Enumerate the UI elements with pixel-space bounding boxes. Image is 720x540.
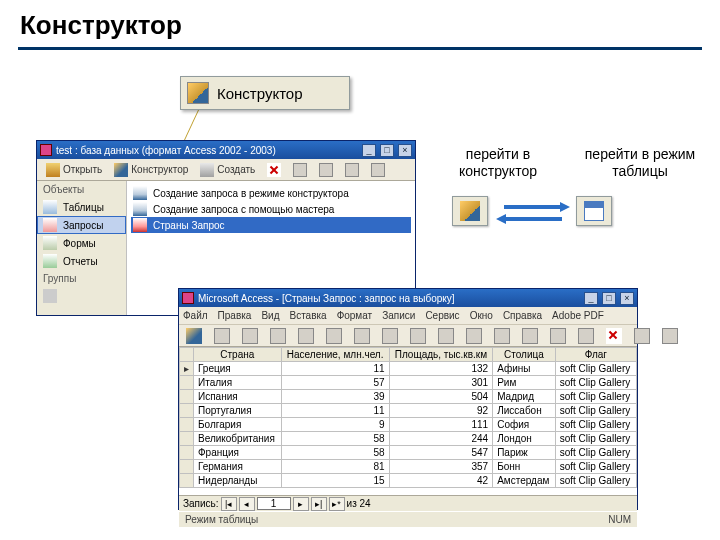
- view-button[interactable]: [181, 327, 207, 345]
- col-header[interactable]: Площадь, тыс.кв.км: [389, 348, 493, 362]
- cell-area[interactable]: 504: [389, 390, 493, 404]
- delete-button[interactable]: [262, 161, 286, 179]
- new-button[interactable]: Создать: [195, 161, 260, 179]
- close-button[interactable]: ×: [398, 144, 412, 157]
- table-row[interactable]: Франция58547Парижsoft Clip Gallery: [180, 446, 637, 460]
- cell-flag[interactable]: soft Clip Gallery: [555, 390, 636, 404]
- cell-flag[interactable]: soft Clip Gallery: [555, 474, 636, 488]
- open-button[interactable]: Открыть: [41, 161, 107, 179]
- row-selector[interactable]: [180, 376, 194, 390]
- next-record-button[interactable]: ▸: [293, 497, 309, 511]
- menu-help[interactable]: Справка: [503, 310, 542, 321]
- menu-insert[interactable]: Вставка: [289, 310, 326, 321]
- paste-button[interactable]: [377, 327, 403, 345]
- cell-country[interactable]: Великобритания: [194, 432, 282, 446]
- cell-country[interactable]: Италия: [194, 376, 282, 390]
- row-selector[interactable]: ▸: [180, 362, 194, 376]
- design-button[interactable]: Конструктор: [109, 161, 193, 179]
- view-small-button[interactable]: [314, 161, 338, 179]
- minimize-button[interactable]: _: [584, 292, 598, 305]
- table-row[interactable]: Испания39504Мадридsoft Clip Gallery: [180, 390, 637, 404]
- print-button[interactable]: [237, 327, 263, 345]
- col-header[interactable]: Флаг: [555, 348, 636, 362]
- view-details-button[interactable]: [366, 161, 390, 179]
- cell-population[interactable]: 81: [281, 460, 389, 474]
- find-button[interactable]: [545, 327, 571, 345]
- cell-population[interactable]: 11: [281, 404, 389, 418]
- table-row[interactable]: Великобритания58244Лондонsoft Clip Galle…: [180, 432, 637, 446]
- datasheet-mode-toggle[interactable]: [576, 196, 612, 226]
- sidebar-item-queries[interactable]: Запросы: [37, 216, 126, 234]
- cell-population[interactable]: 15: [281, 474, 389, 488]
- row-selector[interactable]: [180, 418, 194, 432]
- cell-capital[interactable]: Лондон: [493, 432, 556, 446]
- cell-area[interactable]: 547: [389, 446, 493, 460]
- menu-tools[interactable]: Сервис: [425, 310, 459, 321]
- table-row[interactable]: Италия57301Римsoft Clip Gallery: [180, 376, 637, 390]
- cell-population[interactable]: 57: [281, 376, 389, 390]
- cell-country[interactable]: Болгария: [194, 418, 282, 432]
- design-mode-toggle[interactable]: [452, 196, 488, 226]
- sheet-titlebar[interactable]: Microsoft Access - [Страны Запрос : запр…: [179, 289, 637, 307]
- col-header[interactable]: Столица: [493, 348, 556, 362]
- cell-flag[interactable]: soft Clip Gallery: [555, 362, 636, 376]
- cell-population[interactable]: 9: [281, 418, 389, 432]
- cell-flag[interactable]: soft Clip Gallery: [555, 432, 636, 446]
- table-row[interactable]: Португалия1192Лиссабонsoft Clip Gallery: [180, 404, 637, 418]
- undo-button[interactable]: [405, 327, 431, 345]
- row-selector[interactable]: [180, 390, 194, 404]
- col-header[interactable]: Население, млн.чел.: [281, 348, 389, 362]
- cell-capital[interactable]: Амстердам: [493, 474, 556, 488]
- list-item[interactable]: Страны Запрос: [131, 217, 411, 233]
- cell-area[interactable]: 92: [389, 404, 493, 418]
- cell-flag[interactable]: soft Clip Gallery: [555, 404, 636, 418]
- cell-country[interactable]: Португалия: [194, 404, 282, 418]
- cell-area[interactable]: 357: [389, 460, 493, 474]
- cell-country[interactable]: Греция: [194, 362, 282, 376]
- row-selector[interactable]: [180, 460, 194, 474]
- spell-button[interactable]: [293, 327, 319, 345]
- table-row[interactable]: Нидерланды1542Амстердамsoft Clip Gallery: [180, 474, 637, 488]
- cell-capital[interactable]: Рим: [493, 376, 556, 390]
- maximize-button[interactable]: □: [602, 292, 616, 305]
- cell-flag[interactable]: soft Clip Gallery: [555, 376, 636, 390]
- menu-window[interactable]: Окно: [470, 310, 493, 321]
- sidebar-item-reports[interactable]: Отчеты: [37, 252, 126, 270]
- new-record-button[interactable]: [573, 327, 599, 345]
- menu-edit[interactable]: Правка: [218, 310, 252, 321]
- cell-capital[interactable]: Мадрид: [493, 390, 556, 404]
- save-button[interactable]: [209, 327, 235, 345]
- db-titlebar[interactable]: test : база данных (формат Access 2002 -…: [37, 141, 415, 159]
- prev-record-button[interactable]: ◂: [239, 497, 255, 511]
- row-selector[interactable]: [180, 432, 194, 446]
- cell-population[interactable]: 58: [281, 432, 389, 446]
- view-list-button[interactable]: [340, 161, 364, 179]
- row-selector[interactable]: [180, 474, 194, 488]
- delete-record-button[interactable]: [601, 327, 627, 345]
- cell-area[interactable]: 301: [389, 376, 493, 390]
- cell-capital[interactable]: Бонн: [493, 460, 556, 474]
- menu-adobe[interactable]: Adobe PDF: [552, 310, 604, 321]
- db-window-button[interactable]: [629, 327, 655, 345]
- menu-records[interactable]: Записи: [382, 310, 415, 321]
- datasheet-grid[interactable]: Страна Население, млн.чел. Площадь, тыс.…: [179, 347, 637, 495]
- sort-asc-button[interactable]: [433, 327, 459, 345]
- cut-button[interactable]: [321, 327, 347, 345]
- cell-capital[interactable]: Лиссабон: [493, 404, 556, 418]
- table-row[interactable]: Болгария9111Софияsoft Clip Gallery: [180, 418, 637, 432]
- close-button[interactable]: ×: [620, 292, 634, 305]
- cell-capital[interactable]: София: [493, 418, 556, 432]
- menu-file[interactable]: Файл: [183, 310, 208, 321]
- first-record-button[interactable]: |◂: [221, 497, 237, 511]
- table-row[interactable]: Германия81357Боннsoft Clip Gallery: [180, 460, 637, 474]
- preview-button[interactable]: [265, 327, 291, 345]
- cell-area[interactable]: 42: [389, 474, 493, 488]
- cell-flag[interactable]: soft Clip Gallery: [555, 446, 636, 460]
- help-button[interactable]: [657, 327, 683, 345]
- sidebar-item-tables[interactable]: Таблицы: [37, 198, 126, 216]
- cell-flag[interactable]: soft Clip Gallery: [555, 460, 636, 474]
- row-selector[interactable]: [180, 404, 194, 418]
- cell-country[interactable]: Франция: [194, 446, 282, 460]
- cell-population[interactable]: 58: [281, 446, 389, 460]
- cell-area[interactable]: 244: [389, 432, 493, 446]
